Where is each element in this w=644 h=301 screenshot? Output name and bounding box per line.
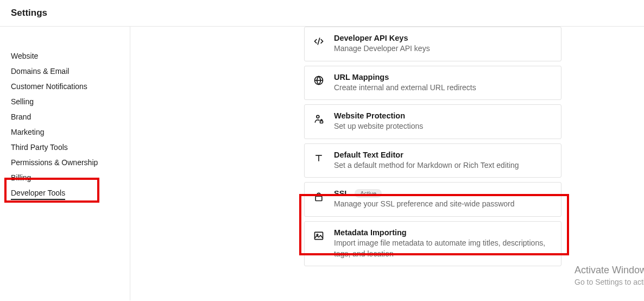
globe-icon bbox=[313, 75, 324, 86]
card-body: Default Text Editor Set a default method… bbox=[334, 150, 552, 171]
status-badge: Active bbox=[355, 189, 382, 198]
lock-icon bbox=[313, 191, 324, 202]
sidebar-item-domains-email[interactable]: Domains & Email bbox=[11, 64, 119, 79]
card-title: Developer API Keys bbox=[334, 34, 552, 42]
card-url-mappings[interactable]: URL Mappings Create internal and externa… bbox=[304, 66, 561, 101]
sidebar-item-marketing[interactable]: Marketing bbox=[11, 124, 119, 140]
sidebar-item-customer-notifications[interactable]: Customer Notifications bbox=[11, 79, 119, 94]
sidebar-item-selling[interactable]: Selling bbox=[11, 94, 119, 109]
svg-rect-8 bbox=[315, 232, 323, 239]
image-icon bbox=[313, 230, 324, 241]
sidebar-item-brand[interactable]: Brand bbox=[11, 109, 119, 124]
svg-rect-7 bbox=[315, 197, 322, 201]
person-lock-icon bbox=[313, 114, 324, 124]
card-title: Default Text Editor bbox=[334, 150, 552, 159]
sidebar-item-label: Permissions & Ownership bbox=[11, 158, 98, 167]
card-title: Metadata Importing bbox=[334, 228, 552, 237]
card-body: Website Protection Set up website protec… bbox=[334, 111, 552, 132]
page-title: Settings bbox=[11, 8, 633, 18]
sidebar-item-permissions-ownership[interactable]: Permissions & Ownership bbox=[11, 155, 119, 170]
card-desc: Set up website protections bbox=[334, 121, 552, 132]
cards-column: Developer API Keys Manage Developer API … bbox=[304, 27, 561, 266]
sidebar-item-developer-tools[interactable]: Developer Tools bbox=[11, 185, 119, 200]
card-title: Website Protection bbox=[334, 111, 552, 120]
sidebar-item-third-party-tools[interactable]: Third Party Tools bbox=[11, 140, 119, 155]
sidebar-item-label: Domains & Email bbox=[11, 67, 69, 76]
card-body: SSL Active Manage your SSL preference an… bbox=[334, 189, 552, 210]
card-default-text-editor[interactable]: Default Text Editor Set a default method… bbox=[304, 143, 561, 178]
card-title-text: SSL bbox=[334, 189, 349, 198]
card-desc: Create internal and external URL redirec… bbox=[334, 83, 552, 93]
card-desc: Set a default method for Markdown or Ric… bbox=[334, 160, 552, 171]
svg-rect-4 bbox=[320, 121, 323, 123]
sidebar-item-label: Customer Notifications bbox=[11, 82, 87, 91]
card-ssl[interactable]: SSL Active Manage your SSL preference an… bbox=[304, 182, 561, 217]
card-desc: Manage your SSL preference and site-wide… bbox=[334, 199, 552, 210]
code-icon bbox=[313, 36, 324, 47]
sidebar-item-label: Website bbox=[11, 52, 38, 60]
card-title: URL Mappings bbox=[334, 73, 552, 81]
svg-point-3 bbox=[317, 116, 319, 118]
sidebar-item-billing[interactable]: Billing bbox=[11, 170, 119, 185]
text-icon bbox=[313, 153, 324, 164]
card-body: URL Mappings Create internal and externa… bbox=[334, 73, 552, 93]
card-metadata-importing[interactable]: Metadata Importing Import image file met… bbox=[304, 221, 561, 266]
sidebar-item-label: Third Party Tools bbox=[11, 143, 68, 152]
card-desc: Manage Developer API keys bbox=[334, 43, 552, 54]
sidebar-item-label: Billing bbox=[11, 173, 31, 182]
card-title: SSL Active bbox=[334, 189, 552, 198]
sidebar-item-label: Brand bbox=[11, 112, 31, 121]
card-body: Developer API Keys Manage Developer API … bbox=[334, 34, 552, 54]
main-panel: Developer API Keys Manage Developer API … bbox=[130, 27, 644, 300]
settings-header: Settings bbox=[0, 0, 644, 27]
card-desc: Import image file metadata to automate i… bbox=[334, 238, 552, 259]
content-area: Website Domains & Email Customer Notific… bbox=[0, 27, 644, 300]
card-body: Metadata Importing Import image file met… bbox=[334, 228, 552, 259]
settings-sidebar: Website Domains & Email Customer Notific… bbox=[0, 27, 130, 300]
sidebar-item-label: Marketing bbox=[11, 128, 44, 136]
svg-line-0 bbox=[318, 38, 319, 45]
sidebar-item-label: Selling bbox=[11, 97, 34, 106]
card-developer-api-keys[interactable]: Developer API Keys Manage Developer API … bbox=[304, 27, 561, 61]
card-website-protection[interactable]: Website Protection Set up website protec… bbox=[304, 104, 561, 139]
sidebar-item-website[interactable]: Website bbox=[11, 48, 119, 64]
sidebar-item-label: Developer Tools bbox=[11, 189, 65, 200]
